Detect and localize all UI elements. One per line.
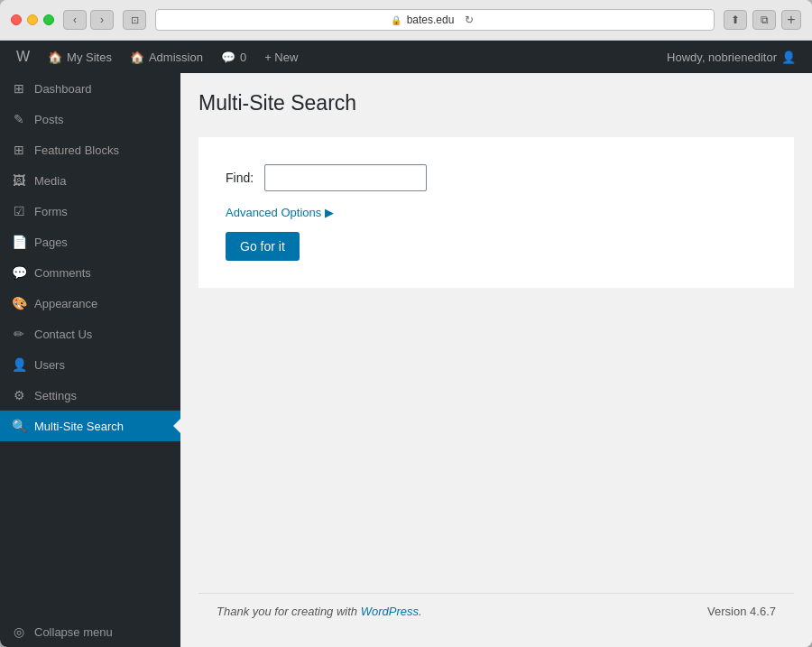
sidebar-item-forms[interactable]: ☑ Forms <box>0 196 180 226</box>
avatar-icon: 👤 <box>781 51 796 64</box>
sidebar-item-label-users: Users <box>34 358 65 372</box>
sidebar-item-settings[interactable]: ⚙ Settings <box>0 380 180 411</box>
pages-icon: 📄 <box>11 234 27 250</box>
footer-version: Version 4.6.7 <box>707 605 776 618</box>
url-text: bates.edu <box>407 14 455 26</box>
address-bar[interactable]: 🔒 bates.edu ↻ <box>155 9 715 31</box>
sidebar-item-dashboard[interactable]: ⊞ Dashboard <box>0 73 180 104</box>
find-label: Find: <box>226 171 254 185</box>
settings-icon: ⚙ <box>11 387 27 403</box>
appearance-icon: 🎨 <box>11 295 27 311</box>
footer-thank-you-text: Thank you for creating with <box>217 605 361 618</box>
find-input[interactable] <box>264 164 427 191</box>
sidebar-item-label-contact-us: Contact Us <box>34 328 92 341</box>
sidebar-item-label-posts: Posts <box>34 113 64 126</box>
advanced-options-row: Advanced Options ▶ <box>226 206 767 219</box>
sidebar-item-users[interactable]: 👤 Users <box>0 349 180 380</box>
close-dot[interactable] <box>11 14 22 25</box>
comments-sidebar-icon: 💬 <box>11 264 27 281</box>
sidebar-item-label-appearance: Appearance <box>34 297 97 310</box>
admission-icon: 🏠 <box>130 51 144 64</box>
wp-main: ⊞ Dashboard ✎ Posts ⊞ Featured Blocks 🖼 … <box>0 73 812 647</box>
collapse-menu-icon: ◎ <box>11 624 27 640</box>
sidebar-item-label-forms: Forms <box>34 205 68 218</box>
admin-bar: W 🏠 My Sites 🏠 Admission 💬 0 + New Howdy… <box>0 41 812 73</box>
users-icon: 👤 <box>11 356 27 373</box>
content-area: Multi-Site Search Find: Advanced Options… <box>180 73 812 647</box>
refresh-button[interactable]: ↻ <box>459 10 479 30</box>
admin-bar-comments[interactable]: 💬 0 <box>212 41 255 73</box>
advanced-options-label: Advanced Options <box>226 206 321 219</box>
comments-count: 0 <box>240 51 246 64</box>
admin-bar-right: Howdy, nobrieneditor 👤 <box>658 51 805 64</box>
sidebar-item-label-multi-site-search: Multi-Site Search <box>34 420 124 433</box>
my-sites-icon: 🏠 <box>48 51 62 64</box>
sidebar-item-contact-us[interactable]: ✏ Contact Us <box>0 319 180 349</box>
share-button[interactable]: ⬆ <box>724 10 747 30</box>
wp-footer: Thank you for creating with WordPress. V… <box>198 593 794 629</box>
lock-icon: 🔒 <box>391 15 401 25</box>
window-button[interactable]: ⧉ <box>752 10 776 30</box>
admin-bar-wp-logo[interactable]: W <box>7 41 39 73</box>
search-form: Find: Advanced Options ▶ Go for it <box>198 137 794 288</box>
admin-bar-my-sites[interactable]: 🏠 My Sites <box>39 41 121 73</box>
content-spacer <box>198 306 794 593</box>
admission-label: Admission <box>149 51 203 64</box>
tab-icon[interactable]: ⊡ <box>123 10 146 30</box>
sidebar-item-label-featured-blocks: Featured Blocks <box>34 143 119 157</box>
sidebar: ⊞ Dashboard ✎ Posts ⊞ Featured Blocks 🖼 … <box>0 73 180 647</box>
posts-icon: ✎ <box>11 111 27 127</box>
admin-bar-new[interactable]: + New <box>255 41 307 73</box>
wp-logo-icon: W <box>16 49 30 65</box>
advanced-options-link[interactable]: Advanced Options ▶ <box>226 206 767 219</box>
sidebar-item-label-comments: Comments <box>34 266 91 280</box>
howdy-label: Howdy, nobrieneditor <box>667 51 777 64</box>
add-tab-button[interactable]: + <box>781 10 801 30</box>
back-button[interactable]: ‹ <box>63 10 87 30</box>
browser-dots <box>11 14 54 25</box>
sidebar-item-label-settings: Settings <box>34 389 77 402</box>
sidebar-item-label-dashboard: Dashboard <box>34 82 92 96</box>
page-title: Multi-Site Search <box>198 91 794 116</box>
dashboard-icon: ⊞ <box>11 80 27 97</box>
sidebar-item-media[interactable]: 🖼 Media <box>0 165 180 196</box>
wordpress-container: W 🏠 My Sites 🏠 Admission 💬 0 + New Howdy… <box>0 41 812 647</box>
advanced-options-arrow-icon: ▶ <box>325 206 334 219</box>
admin-bar-admission[interactable]: 🏠 Admission <box>121 41 212 73</box>
sidebar-item-comments[interactable]: 💬 Comments <box>0 257 180 288</box>
new-label: + New <box>264 51 298 64</box>
featured-blocks-icon: ⊞ <box>11 142 27 158</box>
media-icon: 🖼 <box>11 172 27 189</box>
sidebar-item-featured-blocks[interactable]: ⊞ Featured Blocks <box>0 134 180 165</box>
admin-bar-howdy[interactable]: Howdy, nobrieneditor 👤 <box>658 51 805 64</box>
forms-icon: ☑ <box>11 203 27 219</box>
sidebar-item-appearance[interactable]: 🎨 Appearance <box>0 288 180 319</box>
contact-us-icon: ✏ <box>11 326 27 342</box>
browser-window: ‹ › ⊡ 🔒 bates.edu ↻ ⬆ ⧉ + W 🏠 My Sites � <box>0 0 812 647</box>
browser-actions: ⬆ ⧉ + <box>724 10 801 30</box>
forward-button[interactable]: › <box>90 10 114 30</box>
sidebar-item-collapse-menu[interactable]: ◎ Collapse menu <box>0 616 180 647</box>
sidebar-item-label-pages: Pages <box>34 236 68 249</box>
sidebar-item-multi-site-search[interactable]: 🔍 Multi-Site Search <box>0 411 180 441</box>
multi-site-search-icon: 🔍 <box>11 418 27 434</box>
maximize-dot[interactable] <box>43 14 54 25</box>
sidebar-item-label-collapse-menu: Collapse menu <box>34 625 113 639</box>
sidebar-item-label-media: Media <box>34 174 66 188</box>
footer-wordpress-link[interactable]: WordPress <box>361 605 419 618</box>
footer-period: . <box>419 605 422 618</box>
footer-thank-you: Thank you for creating with WordPress. <box>217 605 422 618</box>
minimize-dot[interactable] <box>27 14 38 25</box>
comments-icon: 💬 <box>221 51 235 64</box>
nav-buttons: ‹ › <box>63 10 114 30</box>
find-row: Find: <box>226 164 767 191</box>
browser-chrome: ‹ › ⊡ 🔒 bates.edu ↻ ⬆ ⧉ + <box>0 0 812 41</box>
my-sites-label: My Sites <box>67 51 112 64</box>
sidebar-item-posts[interactable]: ✎ Posts <box>0 104 180 134</box>
sidebar-item-pages[interactable]: 📄 Pages <box>0 226 180 257</box>
go-for-it-button[interactable]: Go for it <box>226 232 300 261</box>
